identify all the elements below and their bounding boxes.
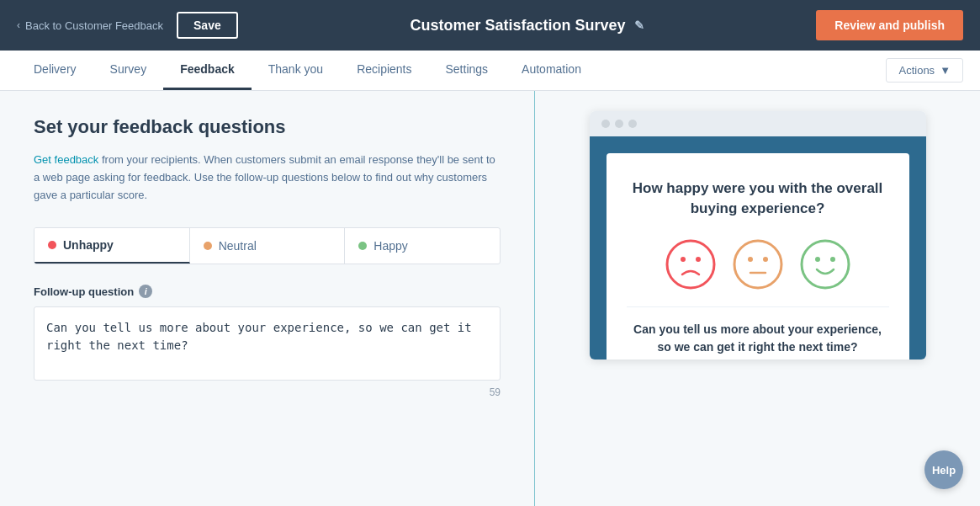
- survey-title: Customer Satisfaction Survey: [410, 17, 625, 35]
- neutral-emoji: [733, 239, 783, 290]
- unhappy-label: Unhappy: [63, 238, 114, 252]
- char-count: 59: [34, 386, 501, 398]
- edit-icon[interactable]: ✎: [634, 19, 644, 32]
- sentiment-tab-happy[interactable]: Happy: [345, 228, 500, 264]
- svg-point-9: [830, 257, 835, 262]
- preview-browser: How happy were you with the overall buyi…: [590, 111, 926, 360]
- svg-point-2: [696, 257, 701, 262]
- back-label: Back to Customer Feedback: [25, 19, 163, 32]
- sentiment-tabs: Unhappy Neutral Happy: [34, 227, 501, 264]
- sentiment-tab-neutral[interactable]: Neutral: [190, 228, 346, 264]
- followup-label-row: Follow-up question i: [34, 285, 501, 298]
- top-header: ‹ Back to Customer Feedback Save Custome…: [0, 0, 980, 51]
- tab-feedback[interactable]: Feedback: [163, 51, 252, 90]
- svg-point-8: [815, 257, 820, 262]
- happy-label: Happy: [373, 239, 407, 253]
- nav-tabs-list: Delivery Survey Feedback Thank you Recip…: [17, 51, 886, 90]
- preview-followup-text: Can you tell us more about your experien…: [627, 321, 889, 356]
- browser-dot-1: [601, 120, 610, 128]
- preview-divider: [627, 306, 889, 307]
- browser-content: How happy were you with the overall buyi…: [590, 136, 926, 360]
- svg-point-3: [734, 241, 781, 288]
- actions-button[interactable]: Actions ▼: [886, 58, 963, 83]
- svg-point-1: [681, 257, 686, 262]
- help-button[interactable]: Help: [924, 450, 963, 489]
- back-arrow-icon: ‹: [17, 19, 20, 31]
- section-title: Set your feedback questions: [34, 116, 501, 138]
- neutral-dot: [204, 242, 212, 250]
- happy-dot: [358, 242, 367, 250]
- main-content: Set your feedback questions Get feedback…: [0, 91, 980, 506]
- chevron-down-icon: ▼: [940, 64, 951, 77]
- tab-thank-you[interactable]: Thank you: [252, 51, 340, 90]
- sentiment-tab-unhappy[interactable]: Unhappy: [34, 228, 190, 264]
- description-text: Get feedback from your recipients. When …: [34, 152, 501, 204]
- followup-label-text: Follow-up question: [34, 285, 134, 298]
- preview-question: How happy were you with the overall buyi…: [627, 178, 889, 219]
- left-panel: Set your feedback questions Get feedback…: [0, 91, 534, 506]
- tab-recipients[interactable]: Recipients: [340, 51, 428, 90]
- browser-chrome: [590, 111, 926, 136]
- header-left: ‹ Back to Customer Feedback Save: [17, 12, 238, 39]
- back-link[interactable]: ‹ Back to Customer Feedback: [17, 19, 163, 32]
- get-feedback-link[interactable]: Get feedback: [34, 153, 98, 166]
- svg-point-4: [748, 257, 753, 262]
- tab-automation[interactable]: Automation: [505, 51, 598, 90]
- tab-settings[interactable]: Settings: [429, 51, 506, 90]
- tab-survey[interactable]: Survey: [93, 51, 164, 90]
- happy-emoji: [800, 239, 850, 290]
- header-center: Customer Satisfaction Survey ✎: [410, 17, 644, 35]
- save-button[interactable]: Save: [177, 12, 238, 39]
- svg-point-5: [763, 257, 768, 262]
- neutral-label: Neutral: [219, 239, 257, 253]
- svg-point-0: [667, 241, 714, 288]
- unhappy-dot: [48, 241, 56, 249]
- browser-dot-2: [615, 120, 623, 128]
- info-icon: i: [139, 285, 152, 298]
- review-publish-button[interactable]: Review and publish: [816, 10, 963, 40]
- unhappy-emoji: [665, 239, 716, 290]
- emoji-row: [627, 239, 889, 290]
- nav-tabs: Delivery Survey Feedback Thank you Recip…: [0, 51, 980, 91]
- browser-dot-3: [628, 120, 637, 128]
- svg-point-7: [802, 241, 849, 288]
- preview-card: How happy were you with the overall buyi…: [607, 153, 909, 360]
- tab-delivery[interactable]: Delivery: [17, 51, 93, 90]
- right-panel: How happy were you with the overall buyi…: [535, 91, 980, 506]
- followup-textarea[interactable]: Can you tell us more about your experien…: [34, 306, 501, 381]
